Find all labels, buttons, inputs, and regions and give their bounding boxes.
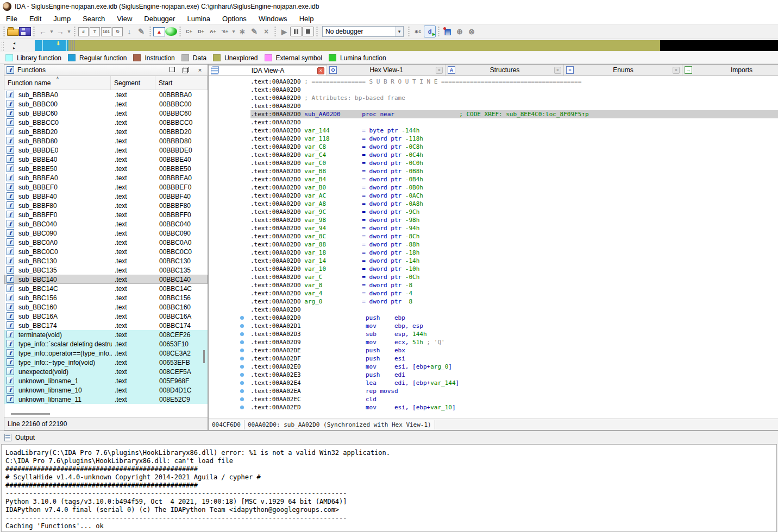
function-row[interactable]: fsub_BBC130.text00BBC130 xyxy=(4,256,208,265)
create-code-icon[interactable]: C+ xyxy=(183,26,195,37)
disassembly-line[interactable]: .text:00AA02D0 var_94 = dword ptr -94h xyxy=(209,224,778,232)
disassembly-line[interactable]: .text:00AA02D0 var_B4 = dword ptr -0B4h xyxy=(209,175,778,183)
combo-dropdown-icon[interactable]: ▾ xyxy=(395,27,403,36)
create-data-icon[interactable]: D+ xyxy=(195,26,207,37)
function-row[interactable]: fsub_BBBEA0.text00BBBEA0 xyxy=(4,173,208,182)
disassembly-line[interactable]: .text:00AA02EC cld xyxy=(209,395,778,403)
forward-icon[interactable]: → xyxy=(54,26,66,37)
function-row[interactable]: funknown_libname_11.text008E52C9 xyxy=(4,395,208,404)
function-row[interactable]: fsub_BBC135.text00BBC135 xyxy=(4,265,208,275)
disassembly-line[interactable]: .text:00AA02D1 mov ebp, esp xyxy=(209,322,778,330)
create-function-icon[interactable]: ∗ xyxy=(236,26,248,37)
disassembly-line[interactable]: .text:00AA02D0 var_C8 = dword ptr -0C8h xyxy=(209,143,778,151)
disassembly-line[interactable]: .text:00AA02D0 arg_0 = dword ptr 8 xyxy=(209,297,778,306)
disassembly-line[interactable]: .text:00AA02D0 var_C = dword ptr -0Ch xyxy=(209,273,778,281)
disassembly-line[interactable]: .text:00AA02D0 var_9C = dword ptr -9Ch xyxy=(209,208,778,216)
function-row[interactable]: funknown_libname_10.text008D4D1C xyxy=(4,385,208,395)
menu-options[interactable]: Options xyxy=(216,15,253,23)
column-header-start[interactable]: Start xyxy=(155,76,208,90)
function-row[interactable]: fsub_BBBD20.text00BBBD20 xyxy=(4,127,208,136)
breakpoint-remove-icon[interactable]: ⊗ xyxy=(466,26,478,37)
disassembly-line[interactable]: .text:00AA02EA rep movsd xyxy=(209,387,778,395)
disassembly-line[interactable]: .text:00AA02D0 var_14 = dword ptr -14h xyxy=(209,257,778,265)
rename-icon[interactable]: A+ xyxy=(207,26,219,37)
back-history-icon[interactable]: ▾ xyxy=(49,26,54,37)
breakpoint-add-icon[interactable]: ⊕ xyxy=(454,26,466,37)
run-debugger-icon[interactable]: ▶ xyxy=(278,26,290,37)
function-row[interactable]: fsub_BBBC00.text00BBBC00 xyxy=(4,99,208,109)
jump-next-icon[interactable]: ↓ xyxy=(123,26,135,37)
run-script-icon[interactable]: d xyxy=(424,26,436,37)
disassembly-line[interactable]: .text:00AA02D0 var_88 = dword ptr -88h xyxy=(209,240,778,249)
debugger-selector[interactable]: No debugger▾ xyxy=(322,26,404,37)
close-tab-icon[interactable]: × xyxy=(673,67,680,74)
function-row[interactable]: fsub_BBC16A.text00BBC16A xyxy=(4,312,208,321)
function-row[interactable]: fsub_BBC174.text00BBC174 xyxy=(4,321,208,330)
disassembly-line[interactable]: .text:00AA02D3 sub esp, 144h xyxy=(209,330,778,338)
disassembly-line[interactable]: .text:00AA02D0 sub_AA02D0 proc near ; CO… xyxy=(209,110,778,118)
tab-ida-view-a[interactable]: IDA View-A× xyxy=(209,65,327,75)
menu-view[interactable]: View xyxy=(111,15,138,23)
navigator-band[interactable]: ⬇ xyxy=(35,40,778,51)
menu-windows[interactable]: Windows xyxy=(253,15,293,23)
disassembly-line[interactable]: .text:00AA02D0 xyxy=(209,102,778,110)
forward-history-icon[interactable]: ▾ xyxy=(66,26,72,37)
close-tab-icon[interactable]: × xyxy=(554,67,561,74)
undefine-icon[interactable]: ✎ xyxy=(135,26,147,37)
function-row[interactable]: fsub_BBBEF0.text00BBBEF0 xyxy=(4,182,208,192)
functions-title-bar[interactable]: f Functions × xyxy=(4,65,208,76)
search-text-icon[interactable]: T xyxy=(90,27,100,36)
function-row[interactable]: fsub_BBBFF0.text00BBBFF0 xyxy=(4,210,208,219)
disassembly-line[interactable]: .text:00AA02D0 xyxy=(209,118,778,126)
function-row[interactable]: ftype_info::operator==(type_info....text… xyxy=(4,349,208,358)
disassembly-line[interactable]: .text:00AA02D0 ; =============== S U B R… xyxy=(209,78,778,86)
function-row[interactable]: fsub_BBBE50.text00BBBE50 xyxy=(4,164,208,173)
disassembly-line[interactable]: .text:00AA02D0 var_8C = dword ptr -8Ch xyxy=(209,232,778,240)
disassembly-line[interactable]: .text:00AA02E4 lea edi, [ebp+var_144] xyxy=(209,379,778,387)
disassembly-line[interactable]: .text:00AA02D0 ; Attributes: bp-based fr… xyxy=(209,94,778,102)
search-binary-icon[interactable]: 101 xyxy=(101,27,111,36)
tab-enums[interactable]: ≡Enums× xyxy=(564,65,682,75)
back-icon[interactable]: ← xyxy=(37,26,49,37)
function-row[interactable]: fsub_BBC090.text00BBC090 xyxy=(4,229,208,238)
function-row[interactable]: fsub_BBBD80.text00BBBD80 xyxy=(4,136,208,145)
output-console[interactable]: LoadLibrary(C:\IDA Pro 7.6\plugins\HookL… xyxy=(1,444,777,532)
search-repeat-icon[interactable]: ↻ xyxy=(112,27,123,36)
function-row[interactable]: fsub_BBC040.text00BBC040 xyxy=(4,219,208,229)
function-row[interactable]: fsub_BBBE40.text00BBBE40 xyxy=(4,155,208,164)
delete-function-icon[interactable]: × xyxy=(260,26,272,37)
open-file-icon[interactable] xyxy=(7,29,19,36)
function-row[interactable]: fsub_BBBBA0.text00BBBBA0 xyxy=(4,90,208,99)
pause-debugger-icon[interactable] xyxy=(290,27,302,36)
hscroll-thumb[interactable] xyxy=(11,413,50,415)
menu-file[interactable]: File xyxy=(0,15,23,23)
function-row[interactable]: funknown_libname_1.text005E968F xyxy=(4,376,208,385)
disassembly-line[interactable]: .text:00AA02D0 var_18 = dword ptr -18h xyxy=(209,249,778,257)
disassembly-line[interactable]: .text:00AA02D0 var_B8 = dword ptr -0B8h xyxy=(209,167,778,175)
column-header-segment[interactable]: Segment xyxy=(111,76,155,90)
disassembly-line[interactable]: .text:00AA02D0 var_8 = dword ptr -8 xyxy=(209,281,778,289)
function-row[interactable]: fsub_BBBCC0.text00BBBCC0 xyxy=(4,118,208,127)
create-string-icon[interactable]: 's+ xyxy=(219,26,231,37)
disassembly-line[interactable]: .text:00AA02D0 push ebp xyxy=(209,314,778,322)
menu-debugger[interactable]: Debugger xyxy=(138,15,181,23)
disassembly-line[interactable]: .text:00AA02DF push esi xyxy=(209,354,778,363)
disassembly-line[interactable]: .text:00AA02D0 var_144 = byte ptr -144h xyxy=(209,126,778,135)
string-dropdown-icon[interactable]: ▾ xyxy=(231,26,236,37)
disassembly-line[interactable]: .text:00AA02E3 push edi xyxy=(209,371,778,379)
functions-hscrollbar[interactable] xyxy=(4,411,208,417)
column-header-function-name[interactable]: Function name∧ xyxy=(4,76,111,90)
disassembly-line[interactable]: .text:00AA02D0 var_AC = dword ptr -0ACh xyxy=(209,192,778,200)
close-panel-button[interactable]: × xyxy=(197,67,203,73)
menu-jump[interactable]: Jump xyxy=(47,15,77,23)
nav-scroll-arrows[interactable]: ◂ ▸ xyxy=(7,41,22,50)
disassembly-line[interactable]: .text:00AA02D0 var_10 = dword ptr -10h xyxy=(209,265,778,273)
function-row[interactable]: fsub_BBC0A0.text00BBC0A0 xyxy=(4,238,208,247)
output-title-bar[interactable]: Output xyxy=(0,431,778,444)
navigator-ball-icon[interactable] xyxy=(165,27,177,36)
float-panel-button[interactable] xyxy=(183,67,189,73)
function-row[interactable]: fsub_BBBF80.text00BBBF80 xyxy=(4,201,208,210)
search-number-icon[interactable]: # xyxy=(78,27,89,36)
function-row[interactable]: fsub_BBC140.text00BBC140 xyxy=(4,275,208,284)
tab-structures[interactable]: AStructures× xyxy=(446,65,564,75)
